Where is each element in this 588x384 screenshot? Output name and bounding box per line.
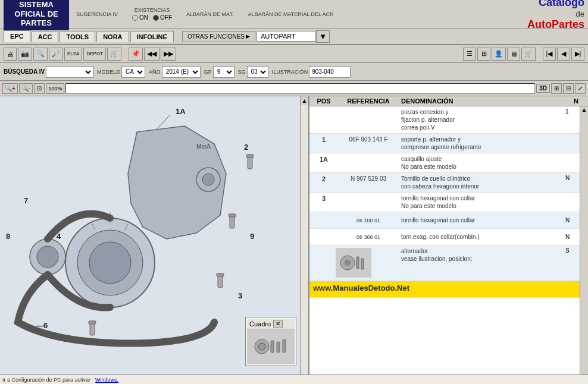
cuadro-close-btn[interactable]: ✕ xyxy=(273,320,283,328)
zoom-in-btn[interactable]: 🔍+ xyxy=(2,83,18,94)
autopart-dropdown-btn[interactable]: ▼ xyxy=(316,30,330,43)
tab-infoline[interactable]: INFOLINE xyxy=(130,31,174,42)
otras-funciones-btn[interactable]: OTRAS FUNCIONES ▶ xyxy=(182,31,255,42)
otras-arrow-icon: ▶ xyxy=(246,33,250,39)
prev-page-btn[interactable]: ◀◀ xyxy=(144,48,159,61)
parts-list[interactable]: piezas conexion yfijacion p. alternadorc… xyxy=(309,106,580,384)
zoom-fit-btn[interactable]: ⊡ xyxy=(34,83,45,94)
print-btn[interactable]: 🖨 xyxy=(4,48,17,61)
ilustracion-group: ILUSTRACIÓN xyxy=(272,66,351,78)
albaran-mat-label: ALBARÁN DE MAT. xyxy=(186,11,233,17)
autopart-input[interactable] xyxy=(257,31,316,42)
sg-group: SG 03 xyxy=(238,66,268,78)
off-label: OFF xyxy=(160,14,172,21)
modelo-label: MODELO xyxy=(97,69,120,75)
on-radio[interactable]: ON xyxy=(132,14,148,21)
header: SISTEMA OFICIAL DE PARTES SUGERENCIA IV … xyxy=(0,0,588,29)
parts-scroll-up[interactable]: ▲ xyxy=(581,106,587,113)
tab-acc[interactable]: ACC xyxy=(32,31,59,42)
zoom-out-btn[interactable]: 🔍- xyxy=(19,83,33,94)
part-n: N xyxy=(565,234,577,240)
part-pos: 3 xyxy=(312,194,336,202)
part-row[interactable]: alternadorvease ilustracion, posicion: S xyxy=(309,245,580,281)
ilustracion-input[interactable] xyxy=(309,66,351,78)
activation-link[interactable]: Windows. xyxy=(95,377,118,383)
part-row[interactable]: piezas conexion yfijacion p. alternadorc… xyxy=(309,106,580,134)
part-row[interactable]: 2 N 907 529 03 Tornillo de cuello cilind… xyxy=(309,173,580,193)
on-label: ON xyxy=(139,14,148,21)
first-btn[interactable]: |◀ xyxy=(543,48,556,61)
part-ref: 06 366 01 xyxy=(336,234,401,240)
ano-select[interactable]: 2014 (E) xyxy=(162,66,201,78)
part-row-watermark: www.ManualesDetodo.Net xyxy=(309,281,580,298)
gp-label: GP xyxy=(204,69,212,75)
otras-funciones-label: OTRAS FUNCIONES xyxy=(187,33,245,40)
part-den: torn.exag. con collar(combin.) xyxy=(401,233,565,241)
cuadro-popup: Cuadro ✕ xyxy=(245,317,296,366)
next-page-btn[interactable]: ▶▶ xyxy=(161,48,176,61)
prev-btn[interactable]: ◀ xyxy=(557,48,570,61)
busqueda-select[interactable] xyxy=(46,66,93,78)
logo-line3: PARTES xyxy=(8,18,64,28)
tab-epc[interactable]: EPC xyxy=(4,30,30,42)
view-search-input[interactable] xyxy=(65,83,535,94)
search-btn[interactable]: 🔍 xyxy=(33,48,48,61)
parts-table-header: POS REFERENCIA DENOMINACIÓN N xyxy=(309,96,588,106)
gp-select[interactable]: 9 xyxy=(213,66,234,78)
tab-tools[interactable]: TOOLS xyxy=(60,31,95,42)
pc-btn[interactable]: 🖥 xyxy=(507,48,520,61)
tab-nora[interactable]: NORA xyxy=(96,31,129,42)
existencias-label: EXISTENCIAS xyxy=(135,7,170,13)
svg-rect-40 xyxy=(361,259,364,269)
svg-point-38 xyxy=(345,260,351,266)
logo: SISTEMA OFICIAL DE PARTES xyxy=(4,0,69,30)
svg-rect-24 xyxy=(229,214,236,217)
pin-btn[interactable]: 📌 xyxy=(129,48,143,61)
svg-text:3: 3 xyxy=(238,291,242,300)
part-ref xyxy=(336,247,401,278)
part-row[interactable]: 06 100 01 tornillo hexagonal con collar … xyxy=(309,212,580,229)
view-option2-btn[interactable]: ⊟ xyxy=(563,83,574,94)
svg-text:9: 9 xyxy=(250,232,254,241)
ilustracion-label: ILUSTRACIÓN xyxy=(272,69,308,75)
svg-rect-22 xyxy=(246,155,254,158)
part-pos: 1 xyxy=(312,136,336,143)
parts-scrollbar[interactable]: ▲ ▼ xyxy=(580,106,588,384)
tag-3d: 3D xyxy=(536,84,550,93)
off-radio[interactable]: OFF xyxy=(153,14,172,21)
part-row[interactable]: 1A casquillo ajusteNo para este modelo xyxy=(309,153,580,173)
cuadro-image xyxy=(247,329,295,364)
modelo-select[interactable]: CA xyxy=(121,66,145,78)
sugerencia-label: SUGERENCIA IV xyxy=(76,11,118,17)
cuadro-label: Cuadro xyxy=(249,320,271,328)
search-bar: BÚSQUEDA IV MODELO CA AÑO 2014 (E) GP 9 … xyxy=(0,63,588,81)
part-row[interactable]: 1 06F 903 143 F soporte p. alternador yc… xyxy=(309,134,580,153)
catalog-line3: AutoPartes xyxy=(527,18,584,32)
grid-btn[interactable]: ⊞ xyxy=(477,48,490,61)
part-row[interactable]: 3 tornillo hexagonal con collarNo para e… xyxy=(309,193,580,212)
parts-diagram: 1A 2 9 3 5 —6 4 7 8 xyxy=(0,96,301,352)
cart-btn[interactable]: 🛒 xyxy=(107,48,121,61)
header-ref: REFERENCIA xyxy=(336,97,401,105)
svg-text:1A: 1A xyxy=(176,107,186,116)
header-pos: POS xyxy=(312,97,336,105)
scroll-up-btn[interactable]: ▲ xyxy=(301,96,309,105)
person-btn[interactable]: 👤 xyxy=(492,48,506,61)
part-row[interactable]: 06 366 01 torn.exag. con collar(combin.)… xyxy=(309,229,580,245)
zoom-btn[interactable]: 🔎 xyxy=(49,48,63,61)
svg-point-18 xyxy=(37,246,58,267)
zoom-100-btn[interactable]: 100% xyxy=(46,83,64,94)
catalog-title: Catalogo de AutoPartes xyxy=(527,0,584,32)
list-btn[interactable]: ☰ xyxy=(463,48,476,61)
last-btn[interactable]: ▶| xyxy=(571,48,584,61)
view-option1-btn[interactable]: ⊞ xyxy=(551,83,562,94)
busqueda-label: BÚSQUEDA IV xyxy=(4,68,45,75)
view-expand-btn[interactable]: ⤢ xyxy=(575,83,586,94)
part-ref: 06 100 01 xyxy=(336,217,401,224)
camera-btn[interactable]: 📷 xyxy=(18,48,32,61)
part-n: 1 xyxy=(565,108,577,115)
elsa-btn[interactable]: ELSA xyxy=(64,48,82,61)
depot-btn[interactable]: DEPOT xyxy=(83,48,106,61)
cart2-btn[interactable]: 🛒 xyxy=(521,48,536,61)
sg-select[interactable]: 03 xyxy=(247,66,268,78)
